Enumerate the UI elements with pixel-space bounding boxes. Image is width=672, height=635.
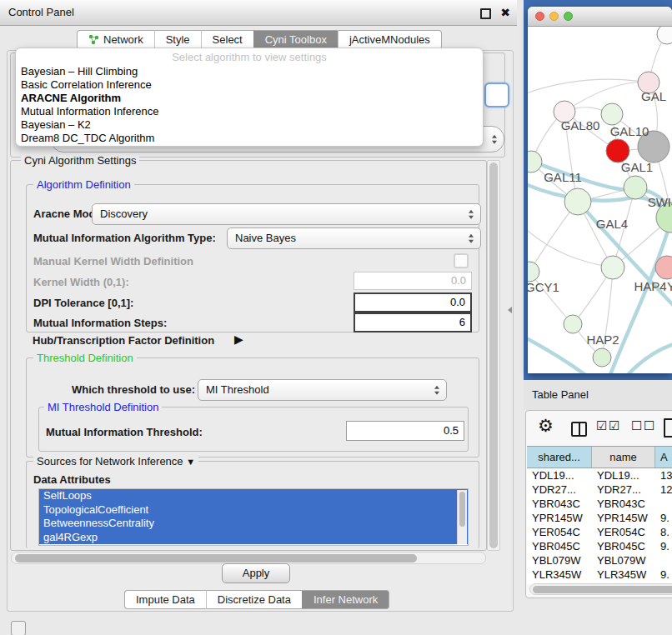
- checked-checkbox-icon[interactable]: ☑: [609, 418, 619, 433]
- column-header-shared-name[interactable]: shared...: [527, 447, 592, 468]
- mi-steps-label: Mutual Information Steps:: [33, 317, 167, 329]
- columns-icon[interactable]: [571, 422, 587, 437]
- node-label: GAL4: [596, 217, 628, 231]
- node-label: GAL10: [610, 124, 649, 138]
- menu-item[interactable]: Basic Correlation Inference: [16, 78, 483, 92]
- node-label: GAL: [641, 89, 666, 103]
- float-window-icon[interactable]: [480, 8, 491, 19]
- kernel-width-label: Kernel Width (0,1):: [33, 276, 129, 288]
- network-window[interactable]: GAL GAL80 GAL10 GAL1 GAL11 SWI4 GAL4 GCY…: [528, 7, 672, 373]
- zoom-button[interactable]: [564, 12, 573, 21]
- menu-item-selected[interactable]: ARACNE Algorithm: [16, 92, 483, 105]
- node-gal1[interactable]: [624, 176, 647, 199]
- table-row[interactable]: YBR043C YBR043C: [527, 497, 672, 511]
- settings-horizontal-scrollbar[interactable]: [11, 552, 486, 564]
- which-threshold-value: MI Threshold: [206, 383, 269, 396]
- node-hap4[interactable]: [601, 256, 624, 279]
- which-threshold-combo[interactable]: MI Threshold: [198, 379, 447, 401]
- close-button[interactable]: [535, 12, 544, 21]
- menu-item[interactable]: Dream8 DC_TDC Algorithm: [16, 132, 483, 145]
- combo-stepper-icon: [469, 210, 474, 219]
- list-scrollbar[interactable]: [457, 490, 467, 544]
- node-label: HAP4: [634, 279, 666, 293]
- mi-steps-field[interactable]: 6: [354, 312, 472, 332]
- table-row[interactable]: YPR145W YPR145W 9.: [527, 511, 672, 525]
- table-row[interactable]: YER054C YER054C 8.: [527, 525, 672, 539]
- mi-type-combo[interactable]: Naive Bayes: [227, 228, 481, 249]
- network-canvas[interactable]: GAL GAL80 GAL10 GAL1 GAL11 SWI4 GAL4 GCY…: [528, 27, 672, 373]
- checked-checkbox-icon[interactable]: ☑: [596, 418, 607, 433]
- menu-item[interactable]: Mutual Information Inference: [16, 105, 483, 118]
- manual-kernel-label: Manual Kernel Width Definition: [33, 255, 193, 268]
- node[interactable]: [593, 348, 611, 367]
- tab-select[interactable]: Select: [201, 30, 253, 49]
- tab-discretize-data[interactable]: Discretize Data: [206, 590, 302, 609]
- tab-cyni-toolbox[interactable]: Cyni Toolbox: [253, 30, 338, 49]
- dpi-tolerance-label: DPI Tolerance [0,1]:: [33, 297, 133, 309]
- node[interactable]: [657, 27, 672, 44]
- menu-item[interactable]: Bayesian – Hill Climbing: [16, 65, 483, 78]
- settings-vertical-scrollbar[interactable]: [487, 160, 500, 551]
- split-pane-collapse-icon[interactable]: [508, 307, 512, 313]
- collapse-arrow-icon[interactable]: ▼: [186, 457, 195, 467]
- gear-icon[interactable]: ⚙: [538, 416, 554, 436]
- threshold-definition-title: Threshold Definition: [33, 352, 137, 364]
- mi-type-label: Mutual Information Algorithm Type:: [33, 232, 216, 244]
- node-hap2[interactable]: [564, 315, 582, 333]
- list-item[interactable]: TopologicalCoefficient: [39, 503, 468, 518]
- dpi-tolerance-field[interactable]: 0.0: [354, 292, 472, 312]
- panel-title: Control Panel: [8, 0, 74, 25]
- table-horizontal-scrollbar[interactable]: [529, 583, 672, 595]
- combo-stepper-icon: [492, 135, 497, 144]
- network-view-panel: GAL GAL80 GAL10 GAL1 GAL11 SWI4 GAL4 GCY…: [524, 0, 672, 380]
- mi-threshold-field[interactable]: 0.5: [346, 421, 464, 441]
- table-panel: ⚙ ☑ ☑ ☐ ☐ shared... name A YDL19... YDL1…: [525, 410, 672, 598]
- node-gal10[interactable]: [601, 103, 623, 125]
- tab-style[interactable]: Style: [154, 30, 201, 49]
- tab-infer-network-label: Infer Network: [313, 590, 378, 609]
- docked-panel-icon[interactable]: [11, 621, 26, 635]
- threshold-definition-groupbox: Threshold Definition Which threshold to …: [26, 358, 479, 458]
- which-threshold-label: Which threshold to use:: [72, 383, 195, 396]
- node-gal11[interactable]: [528, 151, 542, 172]
- top-tab-strip: Network Style Select Cyni Toolbox jActiv…: [77, 30, 442, 49]
- table-row[interactable]: YLR345W YLR345W 9.: [527, 568, 672, 582]
- list-item[interactable]: SelfLoops: [39, 489, 468, 503]
- popup-placeholder: Select algorithm to view settings: [16, 51, 483, 65]
- algorithm-combo-fragment[interactable]: [484, 82, 509, 108]
- tab-impute-data[interactable]: Impute Data: [124, 590, 206, 609]
- expand-arrow-icon[interactable]: ▶: [234, 332, 243, 346]
- network-window-titlebar[interactable]: [528, 7, 672, 27]
- list-item[interactable]: BetweennessCentrality: [39, 517, 468, 531]
- network-graph: GAL GAL80 GAL10 GAL1 GAL11 SWI4 GAL4 GCY…: [528, 27, 672, 373]
- menu-item[interactable]: Bayesian – K2: [16, 118, 483, 132]
- node-red[interactable]: [606, 139, 629, 162]
- close-icon[interactable]: ✖: [500, 3, 510, 22]
- table-row[interactable]: YBR045C YBR045C 9.: [527, 539, 672, 553]
- table-row[interactable]: YBL079W YBL079W: [527, 553, 672, 568]
- tab-infer-network[interactable]: Infer Network: [302, 590, 389, 609]
- column-header[interactable]: A: [655, 447, 672, 468]
- hub-definition-label[interactable]: Hub/Transcription Factor Definition: [33, 334, 214, 347]
- mi-threshold-label: Mutual Information Threshold:: [46, 426, 203, 438]
- apply-button[interactable]: Apply: [222, 563, 290, 583]
- data-attributes-list[interactable]: SelfLoops TopologicalCoefficient Between…: [38, 488, 469, 546]
- node-gcy1[interactable]: [528, 262, 539, 282]
- unchecked-checkbox-icon[interactable]: ☐: [631, 418, 642, 433]
- aracne-mode-combo[interactable]: Discovery: [92, 203, 481, 225]
- table-row[interactable]: YDR27... YDR27... 12: [527, 482, 672, 497]
- mi-type-value: Naive Bayes: [235, 232, 296, 244]
- minimize-button[interactable]: [549, 12, 559, 21]
- node-gal4[interactable]: [564, 188, 591, 215]
- table-row[interactable]: YDL19... YDL19... 13: [527, 468, 672, 482]
- unchecked-checkbox-icon[interactable]: ☐: [644, 418, 654, 433]
- tab-network[interactable]: Network: [77, 30, 154, 49]
- tab-jactivemnodules[interactable]: jActiveMNodules: [338, 30, 442, 49]
- document-icon[interactable]: [664, 418, 672, 438]
- kernel-width-field[interactable]: 0.0: [354, 272, 472, 290]
- list-item[interactable]: gal4RGexp: [39, 531, 468, 545]
- manual-kernel-checkbox[interactable]: [454, 253, 469, 268]
- mi-threshold-value: 0.5: [444, 424, 459, 437]
- table-panel-title: Table Panel: [532, 380, 589, 410]
- column-header-name[interactable]: name: [592, 447, 655, 468]
